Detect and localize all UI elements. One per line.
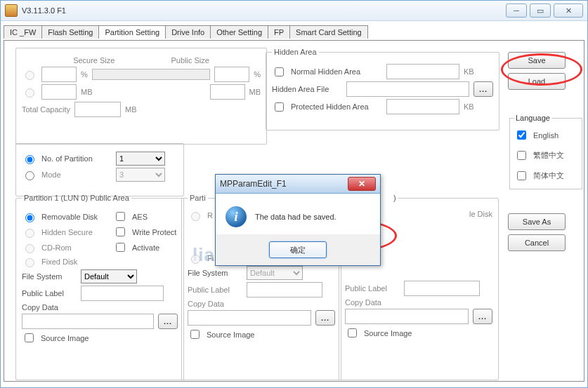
p1-hidden-secure-label: Hidden Secure — [41, 228, 109, 236]
p3-public-label-input[interactable] — [404, 281, 480, 296]
dialog-title: MPParamEdit_F1 — [220, 179, 287, 189]
p1-copy-data-input[interactable] — [22, 314, 154, 329]
p1-fs-select[interactable]: Default — [81, 269, 137, 283]
size-slider[interactable] — [92, 69, 210, 80]
normal-hidden-kb-input[interactable] — [386, 64, 459, 79]
p1-fs-label: File System — [22, 272, 77, 281]
partition2-legend: Parti — [188, 194, 208, 202]
p1-removable-radio[interactable] — [25, 213, 34, 222]
p1-write-protect-checkbox[interactable] — [116, 227, 125, 236]
normal-hidden-checkbox[interactable] — [275, 67, 284, 76]
p3-copy-data-input[interactable] — [345, 309, 469, 324]
p3-copy-data-label: Copy Data — [345, 298, 381, 307]
dialog-close-button[interactable]: ✕ — [348, 177, 376, 191]
lang-english-label: English — [533, 131, 558, 140]
no-of-partition-radio[interactable] — [25, 155, 34, 164]
window-title: V3.11.3.0 F1 — [22, 6, 66, 15]
p2-fs-select[interactable]: Default — [247, 266, 303, 280]
dialog-message: The data had be saved. — [255, 213, 337, 221]
mode-label: Mode — [41, 170, 112, 179]
p1-copy-data-label: Copy Data — [22, 303, 58, 312]
p1-source-image-checkbox[interactable] — [25, 333, 34, 342]
lang-simp-label: 简体中文 — [533, 170, 564, 181]
save-button[interactable]: Save — [508, 52, 566, 69]
public-size-label: Public Size — [171, 56, 209, 65]
p3-source-image-label: Source Image — [364, 329, 412, 337]
tab-smart-card-setting[interactable]: Smart Card Setting — [290, 25, 368, 39]
tab-other-setting[interactable]: Other Setting — [211, 25, 268, 39]
tab-flash-setting[interactable]: Flash Setting — [42, 25, 99, 39]
cancel-button[interactable]: Cancel — [508, 234, 566, 251]
p1-removable-label: Removable Disk — [41, 213, 109, 221]
p2-public-label-input[interactable] — [247, 282, 322, 297]
p2-fs-label: File System — [188, 269, 242, 277]
lang-english-checkbox[interactable] — [517, 131, 526, 140]
p3-source-image-checkbox[interactable] — [348, 328, 357, 337]
p2-public-label-label: Public Label — [188, 286, 242, 294]
hidden-file-label: Hidden Area File — [272, 85, 342, 93]
p1-fixed-label: Fixed Disk — [41, 257, 77, 266]
p1-cdrom-label: CD-Rom — [41, 243, 109, 252]
p2-copy-data-input[interactable] — [188, 310, 311, 326]
mode-select[interactable]: 3 — [116, 168, 165, 182]
no-of-partition-select[interactable]: 1 — [116, 152, 165, 166]
p2-source-image-label: Source Image — [207, 330, 254, 339]
hidden-file-browse-button[interactable]: ... — [473, 81, 493, 97]
p1-copy-data-browse-button[interactable]: ... — [158, 314, 178, 329]
p1-source-image-label: Source Image — [41, 334, 89, 342]
kb-label-1: KB — [464, 67, 474, 76]
dialog-ok-button[interactable]: 确定 — [269, 241, 327, 258]
app-icon — [5, 4, 18, 17]
load-button[interactable]: Load — [508, 73, 566, 90]
tab-partition-setting[interactable]: Partition Setting — [99, 25, 166, 39]
secure-percent-input[interactable] — [41, 67, 77, 82]
secure-mb-input[interactable] — [41, 84, 77, 100]
hidden-area-legend: Hidden Area — [272, 48, 319, 56]
public-mb-input[interactable] — [210, 84, 245, 100]
minimize-button[interactable]: ─ — [506, 4, 527, 18]
p3-public-label-label: Public Label — [345, 284, 400, 293]
p2-fi-label: Fi — [207, 254, 214, 262]
p1-activate-checkbox[interactable] — [116, 243, 125, 252]
protected-hidden-checkbox[interactable] — [275, 102, 284, 112]
p2-r-radio[interactable] — [191, 212, 200, 221]
save-as-button[interactable]: Save As — [508, 213, 566, 230]
tab-ic-fw[interactable]: IC _FW — [4, 25, 42, 39]
tab-fp[interactable]: FP — [268, 25, 290, 39]
tabs: IC _FW Flash Setting Partition Setting D… — [4, 25, 584, 38]
no-of-partition-label: No. of Partition — [41, 154, 112, 163]
close-button[interactable]: ✕ — [554, 4, 583, 18]
p2-source-image-checkbox[interactable] — [190, 330, 200, 339]
public-percent-input[interactable] — [214, 67, 249, 82]
protected-hidden-label: Protected Hidden Area — [291, 102, 382, 111]
mode-radio[interactable] — [25, 171, 34, 180]
language-legend: Language — [514, 114, 551, 122]
p1-cdrom-radio[interactable] — [25, 244, 34, 253]
p1-fixed-radio[interactable] — [25, 258, 34, 267]
p3-copy-data-browse-button[interactable]: ... — [473, 309, 492, 324]
size-percent-radio[interactable] — [25, 71, 34, 80]
pct-label-1: % — [81, 70, 88, 79]
size-mb-radio[interactable] — [25, 88, 34, 98]
protected-hidden-kb-input[interactable] — [386, 99, 459, 114]
lang-simp-checkbox[interactable] — [517, 171, 526, 180]
pct-label-2: % — [254, 70, 261, 79]
p3-le-disk-label: le Disk — [469, 210, 492, 218]
p2-fi-radio[interactable] — [191, 255, 200, 264]
total-capacity-label: Total Capacity — [22, 105, 70, 114]
mb-label-3: MB — [125, 105, 137, 114]
hidden-file-input[interactable] — [346, 81, 469, 97]
p1-public-label-input[interactable] — [81, 286, 164, 301]
info-icon: i — [226, 206, 247, 227]
maximize-button[interactable]: ▭ — [530, 4, 551, 18]
total-capacity-input[interactable] — [74, 102, 121, 117]
p1-hidden-secure-radio[interactable] — [25, 229, 34, 238]
p2-copy-data-browse-button[interactable]: ... — [315, 310, 335, 326]
tab-drive-info[interactable]: Drive Info — [166, 25, 211, 39]
partition1-legend: Partition 1 (LUN 0) Public Area — [22, 194, 131, 202]
lang-trad-checkbox[interactable] — [517, 151, 526, 160]
message-dialog: MPParamEdit_F1 ✕ i The data had be saved… — [215, 174, 381, 266]
lang-trad-label: 繁體中文 — [533, 150, 564, 161]
p1-aes-checkbox[interactable] — [116, 212, 125, 221]
p1-activate-label: Activate — [132, 243, 159, 252]
